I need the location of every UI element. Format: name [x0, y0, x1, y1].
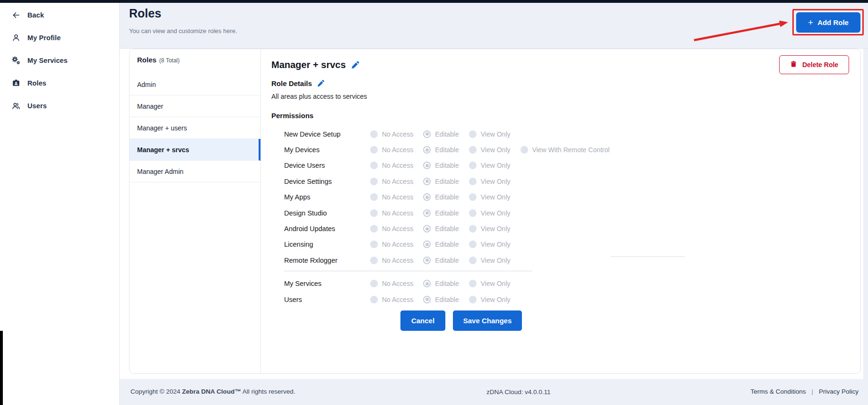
radio-option-editable[interactable]: Editable	[423, 178, 459, 185]
radio-option-view-with-remote-control[interactable]: View With Remote Control	[521, 146, 610, 154]
radio-option-no-access[interactable]: No Access	[370, 209, 413, 217]
radio-icon[interactable]	[370, 209, 378, 217]
radio-icon[interactable]	[370, 130, 378, 138]
add-role-label: Add Role	[817, 18, 849, 26]
edit-role-details-icon[interactable]	[317, 79, 325, 87]
radio-option-no-access[interactable]: No Access	[370, 257, 413, 264]
form-actions: Cancel Save Changes	[400, 310, 849, 331]
radio-icon[interactable]	[469, 225, 477, 233]
radio-option-view-only[interactable]: View Only	[469, 178, 511, 185]
cancel-button[interactable]: Cancel	[400, 310, 445, 331]
radio-icon[interactable]	[370, 241, 378, 248]
radio-option-no-access[interactable]: No Access	[370, 146, 413, 154]
radio-option-view-only[interactable]: View Only	[469, 130, 511, 138]
sidebar-item-back[interactable]: Back	[0, 4, 119, 26]
radio-icon[interactable]	[469, 280, 477, 287]
sidebar-item-roles[interactable]: Roles	[0, 72, 119, 95]
radio-option-view-only[interactable]: View Only	[469, 296, 511, 303]
radio-option-no-access[interactable]: No Access	[370, 178, 413, 185]
radio-selected-icon[interactable]	[423, 209, 431, 217]
radio-option-no-access[interactable]: No Access	[370, 296, 413, 303]
sidebar-item-my-services[interactable]: My Services	[0, 49, 119, 72]
faint-divider-line	[610, 256, 685, 257]
radio-selected-icon[interactable]	[423, 280, 431, 287]
radio-selected-icon[interactable]	[423, 178, 431, 185]
radio-option-no-access[interactable]: No Access	[370, 193, 413, 201]
save-changes-button[interactable]: Save Changes	[453, 310, 522, 331]
radio-icon[interactable]	[370, 296, 378, 303]
role-list-item-manager-srvcs[interactable]: Manager + srvcs	[130, 139, 260, 161]
radio-option-no-access[interactable]: No Access	[370, 241, 413, 248]
radio-option-editable[interactable]: Editable	[423, 193, 459, 201]
radio-option-view-only[interactable]: View Only	[469, 257, 511, 264]
sidebar-item-label: My Services	[27, 57, 68, 64]
radio-icon[interactable]	[370, 280, 378, 287]
radio-icon[interactable]	[469, 178, 477, 185]
privacy-link[interactable]: Privacy Policy	[819, 388, 859, 395]
radio-option-editable[interactable]: Editable	[423, 225, 459, 233]
radio-icon[interactable]	[469, 130, 477, 138]
radio-option-editable[interactable]: Editable	[423, 280, 459, 287]
person-icon	[12, 34, 20, 42]
radio-option-editable[interactable]: Editable	[423, 209, 459, 217]
radio-icon[interactable]	[469, 257, 477, 264]
sidebar-item-users[interactable]: Users	[0, 95, 119, 117]
radio-option-view-only[interactable]: View Only	[469, 280, 511, 287]
permission-row-my-devices: My Devices No Access Editable View Only …	[271, 142, 849, 157]
radio-option-view-only[interactable]: View Only	[469, 225, 511, 233]
radio-option-editable[interactable]: Editable	[423, 257, 459, 264]
radio-icon[interactable]	[370, 146, 378, 154]
radio-option-view-only[interactable]: View Only	[469, 162, 511, 169]
role-list-item-manager-admin[interactable]: Manager Admin	[130, 161, 260, 182]
radio-option-editable[interactable]: Editable	[423, 130, 459, 138]
radio-icon[interactable]	[370, 257, 378, 264]
radio-icon[interactable]	[469, 209, 477, 217]
radio-option-view-only[interactable]: View Only	[469, 241, 511, 248]
radio-icon[interactable]	[469, 193, 477, 201]
radio-option-no-access[interactable]: No Access	[370, 162, 413, 169]
permissions-heading: Permissions	[271, 112, 849, 122]
radio-icon[interactable]	[370, 193, 378, 201]
role-list-item-manager[interactable]: Manager	[130, 95, 260, 117]
radio-option-view-only[interactable]: View Only	[469, 146, 511, 154]
radio-option-label: View Only	[481, 178, 511, 185]
radio-selected-icon[interactable]	[423, 257, 431, 264]
radio-selected-icon[interactable]	[423, 193, 431, 201]
role-item-label: Manager + users	[137, 124, 187, 132]
radio-option-view-only[interactable]: View Only	[469, 193, 511, 201]
delete-role-button[interactable]: Delete Role	[779, 55, 849, 74]
plus-icon: +	[808, 18, 813, 27]
radio-option-view-only[interactable]: View Only	[469, 209, 511, 217]
radio-option-editable[interactable]: Editable	[423, 146, 459, 154]
role-list-item-admin[interactable]: Admin	[130, 74, 260, 95]
permission-label: Device Settings	[284, 178, 370, 185]
radio-selected-icon[interactable]	[423, 225, 431, 233]
role-list-item-manager-users[interactable]: Manager + users	[130, 117, 260, 139]
radio-option-no-access[interactable]: No Access	[370, 225, 413, 233]
radio-icon[interactable]	[370, 225, 378, 233]
radio-option-no-access[interactable]: No Access	[370, 280, 413, 287]
sidebar-item-my-profile[interactable]: My Profile	[0, 26, 119, 49]
edit-role-name-icon[interactable]	[351, 60, 360, 69]
radio-option-editable[interactable]: Editable	[423, 241, 459, 248]
radio-option-label: View Only	[481, 162, 511, 169]
radio-icon[interactable]	[469, 241, 477, 248]
radio-option-editable[interactable]: Editable	[423, 296, 459, 303]
radio-selected-icon[interactable]	[423, 146, 431, 154]
radio-option-editable[interactable]: Editable	[423, 162, 459, 169]
radio-selected-icon[interactable]	[423, 162, 431, 169]
radio-icon[interactable]	[521, 146, 528, 154]
radio-selected-icon[interactable]	[423, 296, 431, 303]
radio-selected-icon[interactable]	[423, 130, 431, 138]
radio-selected-icon[interactable]	[423, 241, 431, 248]
radio-icon[interactable]	[469, 162, 477, 169]
permission-label: Remote Rxlogger	[284, 257, 370, 264]
radio-icon[interactable]	[370, 178, 378, 185]
radio-option-label: No Access	[382, 257, 413, 264]
radio-icon[interactable]	[469, 146, 477, 154]
radio-icon[interactable]	[469, 296, 477, 303]
terms-link[interactable]: Terms & Conditions	[750, 388, 806, 395]
radio-icon[interactable]	[370, 162, 378, 169]
radio-option-no-access[interactable]: No Access	[370, 130, 413, 138]
add-role-button[interactable]: + Add Role	[796, 12, 860, 33]
